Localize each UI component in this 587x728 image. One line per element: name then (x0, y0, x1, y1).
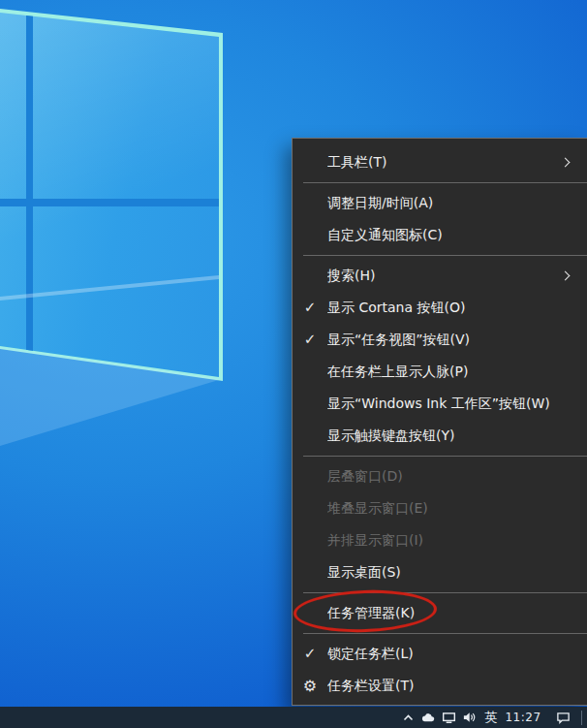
hidden-icons-chevron-icon[interactable] (398, 707, 418, 728)
menu-item-label: 层叠窗口(D) (327, 468, 575, 486)
onedrive-cloud-icon[interactable] (418, 707, 439, 728)
show-desktop-edge[interactable] (581, 711, 582, 725)
menu-separator (303, 592, 587, 593)
tray-gap (543, 707, 553, 728)
menu-item-show-task-view-button[interactable]: ✓显示“任务视图”按钮(V) (293, 324, 587, 356)
menu-item-label: 显示桌面(S) (327, 564, 575, 582)
menu-item-show-people-on-taskbar[interactable]: 在任务栏上显示人脉(P) (293, 356, 587, 388)
menu-separator (303, 633, 587, 634)
gear-icon: ⚙ (293, 679, 327, 694)
menu-item-label: 显示 Cortana 按钮(O) (327, 300, 575, 317)
windows-logo (0, 0, 232, 465)
menu-separator (303, 182, 587, 183)
menu-item-label: 锁定任务栏(L) (327, 646, 575, 663)
menu-item-label: 堆叠显示窗口(E) (327, 500, 575, 518)
menu-item-adjust-date-time[interactable]: 调整日期/时间(A) (293, 187, 587, 219)
menu-item-label: 搜索(H) (327, 268, 562, 285)
menu-item-search[interactable]: 搜索(H) (293, 260, 587, 292)
menu-item-label: 工具栏(T) (327, 154, 562, 172)
menu-item-show-desktop[interactable]: 显示桌面(S) (293, 556, 587, 588)
menu-item-task-manager[interactable]: 任务管理器(K) (293, 597, 587, 629)
menu-separator (303, 456, 587, 457)
system-tray: 英11:27 (398, 707, 587, 728)
menu-item-label: 显示“Windows Ink 工作区”按钮(W) (327, 396, 575, 413)
menu-item-taskbar-settings[interactable]: ⚙任务栏设置(T) (293, 670, 587, 702)
action-center-icon[interactable] (553, 707, 573, 728)
menu-item-label: 显示触摸键盘按钮(Y) (327, 427, 575, 445)
menu-item-label: 并排显示窗口(I) (327, 532, 575, 550)
menu-item-show-touch-keyboard-button[interactable]: 显示触摸键盘按钮(Y) (293, 420, 587, 452)
volume-icon[interactable] (459, 707, 479, 728)
menu-item-toolbars[interactable]: 工具栏(T) (293, 146, 587, 178)
menu-item-show-cortana-button[interactable]: ✓显示 Cortana 按钮(O) (293, 292, 587, 324)
menu-item-label: 在任务栏上显示人脉(P) (327, 364, 575, 381)
submenu-arrow-icon (561, 271, 571, 281)
menu-item-label: 自定义通知图标(C) (327, 227, 575, 244)
menu-item-label: 调整日期/时间(A) (327, 195, 575, 212)
menu-item-label: 任务栏设置(T) (327, 678, 575, 695)
screen: 工具栏(T)调整日期/时间(A)自定义通知图标(C)搜索(H)✓显示 Corta… (0, 0, 587, 728)
menu-item-show-windows-side-by-side: 并排显示窗口(I) (293, 524, 587, 556)
taskbar-context-menu: 工具栏(T)调整日期/时间(A)自定义通知图标(C)搜索(H)✓显示 Corta… (292, 138, 587, 706)
logo-pane-divider-horizontal (0, 199, 232, 206)
menu-item-lock-taskbar[interactable]: ✓锁定任务栏(L) (293, 638, 587, 670)
checkmark-icon: ✓ (293, 332, 327, 347)
checkmark-icon: ✓ (293, 647, 327, 661)
clock[interactable]: 11:27 (503, 707, 543, 728)
menu-item-show-windows-stacked: 堆叠显示窗口(E) (293, 492, 587, 524)
menu-item-label: 任务管理器(K) (327, 605, 575, 622)
menu-separator (303, 255, 587, 256)
menu-item-cascade-windows: 层叠窗口(D) (293, 460, 587, 492)
menu-item-label: 显示“任务视图”按钮(V) (327, 332, 575, 349)
menu-item-customize-notification-icons[interactable]: 自定义通知图标(C) (293, 219, 587, 251)
menu-item-show-windows-ink-workspace-button[interactable]: 显示“Windows Ink 工作区”按钮(W) (293, 388, 587, 420)
network-icon[interactable] (439, 707, 459, 728)
submenu-arrow-icon (561, 158, 571, 168)
ime-indicator[interactable]: 英 (479, 707, 503, 728)
taskbar: 英11:27 (0, 707, 587, 728)
checkmark-icon: ✓ (293, 301, 327, 315)
